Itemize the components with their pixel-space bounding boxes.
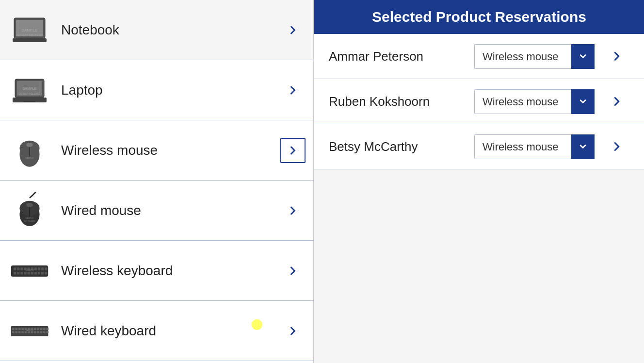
notebook-icon: SAMPLE DO NOT RELEASE xyxy=(8,8,51,52)
reservation-select-ammar[interactable]: NotebookLaptopWireless mouseWired mouseW… xyxy=(474,44,595,69)
chevron-button-notebook[interactable] xyxy=(280,17,306,43)
svg-rect-42 xyxy=(45,272,47,274)
svg-rect-35 xyxy=(20,272,23,274)
wdkeyboard-icon: SAMPLE xyxy=(8,309,51,353)
reservation-row-betsy: Betsy McCarthy NotebookLaptopWireless mo… xyxy=(314,124,644,169)
product-item-wired-mouse[interactable]: SAMPLE NOT RELEASE Wired mouse xyxy=(0,181,313,241)
svg-rect-54 xyxy=(40,328,43,330)
svg-rect-52 xyxy=(34,328,36,330)
svg-rect-29 xyxy=(34,267,37,270)
reservation-list: Ammar Peterson NotebookLaptopWireless mo… xyxy=(314,34,644,363)
svg-rect-63 xyxy=(31,331,33,333)
svg-text:DO NOT RELEASE: DO NOT RELEASE xyxy=(19,92,40,95)
svg-rect-41 xyxy=(41,272,44,274)
product-label-wired-keyboard: Wired keyboard xyxy=(51,323,280,339)
svg-point-14 xyxy=(26,143,33,147)
reservation-row-ruben: Ruben Kokshoorn NotebookLaptopWireless m… xyxy=(314,79,644,124)
panel-title: Selected Product Reservations xyxy=(314,0,644,34)
svg-rect-47 xyxy=(18,328,21,330)
product-item-wireless-keyboard[interactable]: SAMPLE Wireless keyboard xyxy=(0,241,313,301)
svg-rect-23 xyxy=(14,267,16,270)
svg-rect-56 xyxy=(46,328,48,330)
svg-rect-8 xyxy=(24,101,35,102)
svg-rect-60 xyxy=(21,331,24,333)
svg-rect-45 xyxy=(12,328,15,330)
chevron-button-wired-keyboard[interactable] xyxy=(280,318,306,344)
svg-rect-48 xyxy=(21,328,24,330)
reservation-name-ammar: Ammar Peterson xyxy=(329,49,465,64)
svg-text:SAMPLE: SAMPLE xyxy=(22,28,37,33)
svg-point-19 xyxy=(26,203,33,207)
wdmouse-icon: SAMPLE NOT RELEASE xyxy=(8,189,51,232)
svg-text:SAMPLE: SAMPLE xyxy=(25,217,33,219)
svg-rect-40 xyxy=(38,272,40,274)
svg-rect-64 xyxy=(34,331,36,333)
svg-rect-39 xyxy=(34,272,37,274)
svg-text:SAMPLE: SAMPLE xyxy=(25,157,33,159)
svg-text:DO NOT RELEASE: DO NOT RELEASE xyxy=(17,34,43,37)
reservation-select-wrapper-betsy: NotebookLaptopWireless mouseWired mouseW… xyxy=(474,134,595,159)
svg-rect-36 xyxy=(24,272,26,274)
product-label-notebook: Notebook xyxy=(51,22,280,38)
wmouse-icon: SAMPLE xyxy=(8,129,51,172)
reservation-name-ruben: Ruben Kokshoorn xyxy=(329,94,465,109)
reservations-panel: Selected Product Reservations Ammar Pete… xyxy=(314,0,644,363)
svg-text:NOT RELEASE: NOT RELEASE xyxy=(24,220,36,222)
svg-rect-53 xyxy=(37,328,39,330)
svg-text:SAMPLE: SAMPLE xyxy=(25,269,34,272)
svg-text:SAMPLE: SAMPLE xyxy=(26,329,34,331)
product-item-laptop[interactable]: SAMPLE DO NOT RELEASE Laptop xyxy=(0,60,313,120)
svg-rect-2 xyxy=(13,38,47,42)
svg-rect-61 xyxy=(25,331,27,333)
svg-rect-38 xyxy=(31,272,33,274)
svg-rect-59 xyxy=(18,331,21,333)
chevron-button-wireless-mouse[interactable] xyxy=(280,138,306,163)
svg-rect-68 xyxy=(46,331,48,333)
svg-rect-34 xyxy=(17,272,19,274)
svg-rect-66 xyxy=(40,331,43,333)
reservation-name-betsy: Betsy McCarthy xyxy=(329,139,465,154)
reservation-chevron-ammar[interactable] xyxy=(604,44,629,69)
svg-rect-25 xyxy=(20,267,23,270)
svg-rect-65 xyxy=(37,331,39,333)
laptop-icon: SAMPLE DO NOT RELEASE xyxy=(8,68,51,112)
svg-rect-55 xyxy=(43,328,46,330)
svg-rect-46 xyxy=(15,328,17,330)
reservation-chevron-betsy[interactable] xyxy=(604,134,629,159)
chevron-button-wired-mouse[interactable] xyxy=(280,198,306,223)
product-label-wired-mouse: Wired mouse xyxy=(51,203,280,218)
svg-rect-33 xyxy=(14,272,16,274)
svg-rect-32 xyxy=(45,267,47,270)
product-list: SAMPLE DO NOT RELEASE Notebook SAMPLE DO… xyxy=(0,0,314,363)
reservation-select-ruben[interactable]: NotebookLaptopWireless mouseWired mouseW… xyxy=(474,89,595,114)
reservation-select-betsy[interactable]: NotebookLaptopWireless mouseWired mouseW… xyxy=(474,134,595,159)
svg-rect-58 xyxy=(15,331,17,333)
reservation-chevron-ruben[interactable] xyxy=(604,89,629,114)
reservation-select-wrapper-ruben: NotebookLaptopWireless mouseWired mouseW… xyxy=(474,89,595,114)
svg-text:SAMPLE: SAMPLE xyxy=(23,87,37,90)
product-label-wireless-mouse: Wireless mouse xyxy=(51,143,280,158)
product-label-laptop: Laptop xyxy=(51,82,280,98)
svg-rect-67 xyxy=(43,331,46,333)
svg-rect-30 xyxy=(38,267,40,270)
reservation-row-ammar: Ammar Peterson NotebookLaptopWireless mo… xyxy=(314,34,644,79)
reservation-select-wrapper-ammar: NotebookLaptopWireless mouseWired mouseW… xyxy=(474,44,595,69)
product-item-wired-keyboard[interactable]: SAMPLE Wired keyboard xyxy=(0,301,313,361)
chevron-button-laptop[interactable] xyxy=(280,78,306,103)
chevron-button-wireless-keyboard[interactable] xyxy=(280,258,306,283)
svg-rect-62 xyxy=(28,331,30,333)
svg-rect-57 xyxy=(12,331,15,333)
svg-rect-24 xyxy=(17,267,19,270)
product-item-notebook[interactable]: SAMPLE DO NOT RELEASE Notebook xyxy=(0,0,313,60)
product-item-wireless-mouse[interactable]: SAMPLE Wireless mouse xyxy=(0,120,313,181)
svg-rect-37 xyxy=(28,272,30,274)
product-label-wireless-keyboard: Wireless keyboard xyxy=(51,263,280,279)
wkeyboard-icon: SAMPLE xyxy=(8,249,51,293)
svg-rect-31 xyxy=(41,267,44,270)
